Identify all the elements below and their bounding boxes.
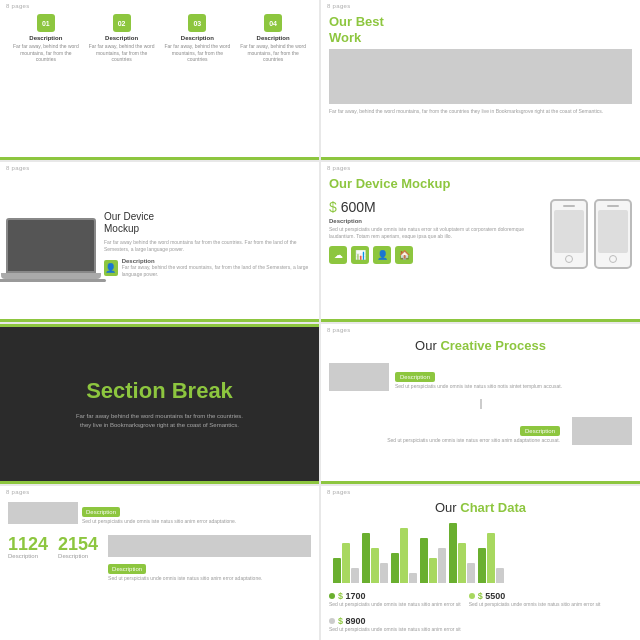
process-box-2 [572,417,632,445]
process-row-2: Description Sed ut perspiciatis unde omn… [329,417,632,445]
legend-dot-1 [329,593,335,599]
device-right-title-colored: Device Mockup [356,176,451,191]
step-title-2: Description [105,35,138,41]
stats-row2-container: Description Sed ut perspiciatis unde omn… [108,535,311,582]
device-mockup-panel: 8 pages Our DeviceMockup Far far away be… [0,162,319,322]
legend-desc-2: Sed ut perspiciatis unde omnis iste natu… [469,601,601,608]
legend-price-row-3: $ 8900 [329,616,461,626]
icon-person: 👤 [373,246,391,264]
info-label: Description [329,218,542,224]
section-desc-2: they live in Bookmarksgrove right at the… [80,422,239,428]
panel2-green-bar [321,157,640,160]
stats-row2-content: Description Sed ut perspiciatis unde omn… [108,557,311,582]
bar-6-light [487,533,495,583]
icon-cloud: ☁ [329,246,347,264]
bar-5-dark [449,523,457,583]
legend-price-2: $ 5500 [478,591,506,601]
stats-row-1: Description Sed ut perspiciatis unde omn… [8,500,311,525]
legend-dollar-2: $ [478,591,483,601]
step-4: 04 Description Far far away, behind the … [240,14,307,63]
panel3-label: 8 pages [6,165,29,171]
stats-box-1 [8,502,78,524]
device-right-content: $ 600M Description Sed ut perspiciatis u… [329,199,632,269]
chart-data-panel: 8 pages Our Chart Data [321,486,640,640]
numbers-row: 1124 Description 2154 Description Descri… [8,535,311,582]
legend-desc-3: Sed ut perspiciatis unde omnis iste natu… [329,626,461,633]
bar-4-dark [420,538,428,583]
panel1-green-bar [0,157,319,160]
steps-row: 01 Description Far far away, behind the … [8,14,311,63]
step-title-4: Description [257,35,290,41]
bar-4-gray [438,548,446,583]
legend-price-3: $ 8900 [338,616,366,626]
work-panel: 8 pages Our Best Work Far far away, behi… [321,0,640,160]
stats-badge-1: Description [82,507,120,517]
price-dollar: $ [329,199,337,215]
process-connector [480,399,482,409]
stats-row1-content: Description Sed ut perspiciatis unde omn… [82,500,236,525]
number-1: 1124 Description [8,535,48,582]
work-image [329,49,632,104]
panel8-label: 8 pages [327,489,350,495]
process-flow: Description Sed ut perspiciatis unde omn… [329,363,632,445]
chart-title-colored: Chart Data [460,500,526,515]
process-box-1 [329,363,389,391]
section-plain: Section [86,378,172,403]
process-badge-1: Description [395,372,435,382]
legend-price-row-1: $ 1700 [329,591,461,601]
panel7-label: 8 pages [6,489,29,495]
bar-3-light [400,528,408,583]
laptop-mockup [6,218,96,282]
phone-home-2 [609,255,617,263]
panel4-green-bar [321,319,640,322]
device-price: $ 600M [329,199,542,215]
bar-group-5 [449,523,475,583]
work-desc: Far far away, behind the word mountains,… [329,108,632,115]
work-title: Our Best Work [329,14,632,45]
step-title-3: Description [181,35,214,41]
device-desc: Far far away behind the word mountains f… [104,239,313,253]
number-big-2: 2154 [58,535,98,553]
phone-home-1 [565,255,573,263]
step-badge-3: 03 [188,14,206,32]
stats-box-2 [108,535,311,557]
panel6-green-bar [321,481,640,484]
number-2: 2154 Description [58,535,98,582]
person-desc: Far far away, behind the word mountains,… [122,264,313,278]
creative-colored: Creative Process [440,338,546,353]
work-title-colored: Best [356,14,384,29]
bar-2-gray [380,563,388,583]
step-desc-2: Far far away, behind the word mountains,… [88,43,155,63]
step-desc-1: Far far away, behind the word mountains,… [13,43,80,63]
bar-2-dark [362,533,370,583]
device-right-info: $ 600M Description Sed ut perspiciatis u… [329,199,542,269]
phone-screen-1 [554,210,584,253]
panel1-label: 8 pages [6,3,29,9]
process-arrow-container [329,399,632,409]
phone-mockup-1 [550,199,588,269]
process-desc-2: Sed ut perspiciatis unde omnis iste natu… [387,437,560,444]
step-badge-4: 04 [264,14,282,32]
process-row1-content: Description Sed ut perspiciatis unde omn… [395,365,562,390]
panel2-label: 8 pages [327,3,350,9]
phones-group [550,199,632,269]
legend-price-row-2: $ 5500 [469,591,601,601]
legend-item-2: $ 5500 Sed ut perspiciatis unde omnis is… [469,591,601,608]
section-break-bottom-bar [0,481,319,484]
legend-dot-2 [469,593,475,599]
bar-1-dark [333,558,341,583]
chart-legend: $ 1700 Sed ut perspiciatis unde omnis is… [329,591,632,632]
bar-6-gray [496,568,504,583]
panel4-label: 8 pages [327,165,350,171]
process-row2-content: Description Sed ut perspiciatis unde omn… [387,419,560,444]
step-title-1: Description [29,35,62,41]
device-right-title-plain: Our [329,176,356,191]
creative-title: Our Creative Process [329,338,632,353]
legend-dollar-1: $ [338,591,343,601]
stats-panel: 8 pages Description Sed ut perspiciatis … [0,486,319,640]
bar-chart [329,523,632,583]
bar-3-dark [391,553,399,583]
phone-speaker-2 [607,205,619,207]
stats-text-1: Sed ut perspiciatis unde omnis iste natu… [82,518,236,525]
laptop-screen [6,218,96,273]
